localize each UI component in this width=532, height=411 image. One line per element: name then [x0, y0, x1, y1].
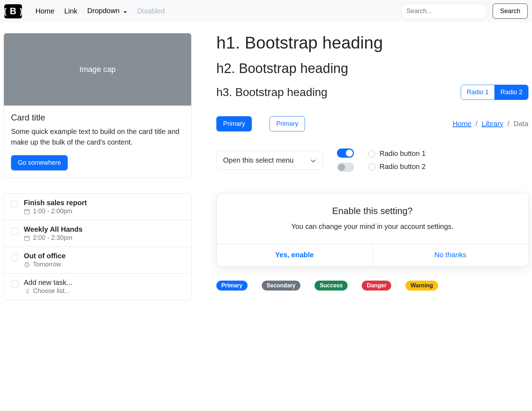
task-checkbox[interactable] — [11, 254, 18, 261]
search-button[interactable]: Search — [493, 4, 528, 19]
confirm-modal: Enable this setting? You can change your… — [216, 193, 528, 266]
task-sub-choose: Choose list... — [33, 287, 70, 295]
calendar-icon — [24, 208, 30, 215]
heading-h1: h1. Bootstrap heading — [216, 33, 528, 52]
breadcrumb-current: Data — [514, 120, 528, 128]
task-title: Out of office — [24, 252, 66, 260]
badge-secondary: Secondary — [262, 281, 301, 291]
badge-warning: Warning — [405, 281, 438, 291]
modal-text: You can change your mind in your account… — [231, 221, 514, 231]
modal-confirm-button[interactable]: Yes, enable — [217, 244, 373, 266]
task-time: 2:00 - 2:30pm — [33, 234, 72, 242]
task-title: Weekly All Hands — [24, 225, 83, 233]
radio-button-group: Radio 1 Radio 2 — [461, 85, 528, 100]
svg-rect-0 — [24, 209, 29, 214]
brand-letter: B — [10, 6, 17, 17]
toggle-group — [337, 148, 354, 172]
badge-success: Success — [315, 281, 348, 291]
task-time: 1:00 - 2:00pm — [33, 208, 72, 215]
nav-link[interactable]: Link — [64, 7, 77, 15]
breadcrumb: Home / Library / Data — [453, 120, 528, 128]
nav-dropdown-label: Dropdown — [87, 7, 120, 15]
breadcrumb-sep: / — [476, 120, 478, 128]
radio-2[interactable]: Radio 2 — [495, 85, 528, 100]
search-input[interactable] — [401, 4, 486, 19]
breadcrumb-library[interactable]: Library — [482, 120, 503, 128]
example-card: Image cap Card title Some quick example … — [4, 33, 192, 178]
task-time: Tomorrow — [33, 261, 61, 268]
task-row[interactable]: Finish sales report 1:00 - 2:00pm — [4, 194, 191, 220]
nav-home[interactable]: Home — [35, 7, 54, 15]
modal-cancel-button[interactable]: No thanks — [373, 244, 528, 266]
nav-dropdown[interactable]: Dropdown — [87, 7, 127, 15]
badge-row: Primary Secondary Success Danger Warning — [216, 281, 528, 291]
radio-list: Radio button 1 Radio button 2 — [368, 150, 426, 171]
task-add-title: Add new task... — [24, 278, 72, 287]
toggle-switch-1[interactable] — [337, 148, 354, 158]
radio-input-2[interactable] — [368, 163, 375, 170]
caret-down-icon — [123, 7, 127, 16]
nav-disabled: Disabled — [137, 7, 165, 15]
task-row-add[interactable]: Add new task... Choose list... — [4, 274, 191, 300]
modal-title: Enable this setting? — [231, 206, 514, 216]
card-go-button[interactable]: Go somewhere — [11, 155, 68, 170]
radio-label-1: Radio button 1 — [379, 150, 426, 158]
task-title: Finish sales report — [24, 199, 87, 207]
task-list: Finish sales report 1:00 - 2:00pm Weekly… — [4, 193, 192, 300]
brand-logo[interactable]: B — [4, 4, 22, 18]
card-image-cap: Image cap — [4, 33, 191, 106]
task-checkbox[interactable] — [11, 281, 18, 288]
task-row[interactable]: Out of office Tomorrow — [4, 247, 191, 274]
radio-label-2: Radio button 2 — [379, 163, 426, 171]
outline-primary-button[interactable]: Primary — [270, 116, 305, 131]
task-checkbox[interactable] — [11, 227, 18, 235]
breadcrumb-home[interactable]: Home — [453, 120, 471, 128]
badge-danger: Danger — [362, 281, 391, 291]
task-row[interactable]: Weekly All Hands 2:00 - 2:30pm — [4, 220, 191, 247]
radio-1[interactable]: Radio 1 — [461, 85, 495, 100]
card-title: Card title — [11, 113, 184, 123]
list-icon — [24, 288, 30, 294]
chevron-down-icon — [310, 156, 316, 164]
clock-icon — [24, 261, 30, 268]
select-menu[interactable]: Open this select menu — [216, 151, 323, 170]
breadcrumb-sep: / — [508, 120, 510, 128]
heading-h2: h2. Bootstrap heading — [216, 61, 528, 76]
nav-items: Home Link Dropdown Disabled — [35, 7, 165, 15]
radio-input-1[interactable] — [368, 150, 375, 157]
calendar-icon — [24, 235, 30, 241]
task-checkbox[interactable] — [11, 201, 18, 208]
card-text: Some quick example text to build on the … — [11, 126, 184, 147]
heading-h3: h3. Bootstrap heading — [216, 86, 327, 99]
navbar: B Home Link Dropdown Disabled Search — [0, 0, 532, 22]
primary-button[interactable]: Primary — [216, 116, 252, 131]
svg-rect-1 — [24, 236, 29, 240]
toggle-switch-2[interactable] — [337, 163, 354, 172]
select-label: Open this select menu — [223, 156, 294, 164]
badge-primary: Primary — [216, 281, 248, 291]
